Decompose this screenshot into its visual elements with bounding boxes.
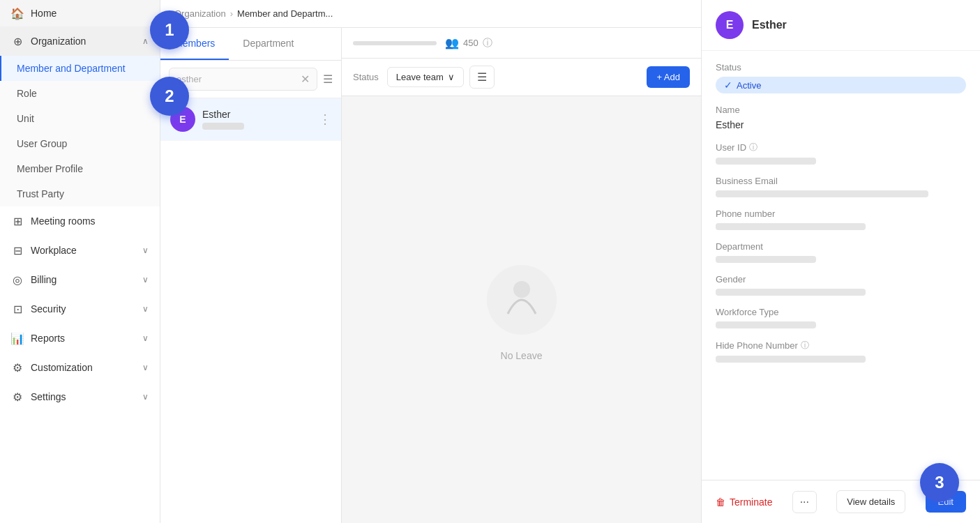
department-field: Department [716,241,966,263]
no-leave-text: No Leave [501,350,543,361]
sidebar-item-unit[interactable]: Unit [0,106,160,131]
sidebar-item-billing[interactable]: ◎ Billing ∨ [0,265,160,294]
table-row[interactable]: E Esther ⋮ [160,98,341,141]
member-role-placeholder [202,123,244,130]
breadcrumb-separator: › [230,8,233,19]
progress-bar [353,41,437,45]
view-details-label: View details [847,497,895,507]
name-value: Esther [716,119,966,130]
sidebar-home[interactable]: 🏠 Home [0,0,160,26]
step-3-label: 3 [935,473,944,492]
more-button[interactable]: ··· [792,491,817,513]
sidebar-item-trust-party[interactable]: Trust Party [0,181,160,206]
search-input-wrapper[interactable]: esther ✕ [169,68,317,91]
member-menu-icon[interactable]: ⋮ [319,112,331,127]
sidebar-item-customization[interactable]: ⚙ Customization ∨ [0,353,160,382]
step-1-label: 1 [165,20,174,40]
step-3-bubble: 3 [920,463,959,502]
sidebar-item-user-group[interactable]: User Group [0,131,160,156]
workplace-label: Workplace [31,245,77,256]
settings-icon: ⚙ [11,391,24,403]
sidebar-item-security[interactable]: ⊡ Security ∨ [0,294,160,324]
leave-team-filter[interactable]: Leave team ∨ [387,67,464,87]
phone-field: Phone number [716,209,966,230]
workforce-value-placeholder [716,321,816,328]
chevron-down-icon: ∨ [142,363,149,372]
chevron-down-icon: ∨ [142,304,149,314]
email-field: Business Email [716,176,966,197]
view-details-button[interactable]: View details [836,490,905,513]
rp-avatar: E [716,11,744,39]
reports-label: Reports [31,333,65,344]
department-label: Department [716,241,966,252]
help-icon[interactable]: ⓘ [483,37,492,50]
sidebar-item-role[interactable]: Role [0,81,160,106]
chevron-down-icon: ∨ [142,275,149,285]
content-area: Members Department esther ✕ ☰ E Esther [160,28,701,523]
org-sub-menu: Member and Department Role Unit User Gro… [0,56,160,206]
meeting-rooms-icon: ⊞ [11,215,24,227]
organization-section: ⊕ Organization ∧ Member and Department R… [0,26,160,206]
member-count: 👥 450 ⓘ [445,36,492,50]
billing-icon: ◎ [11,273,24,286]
sidebar-item-workplace[interactable]: ⊟ Workplace ∨ [0,236,160,265]
organization-label: Organization [31,36,86,47]
name-label: Name [716,105,966,115]
sidebar-item-settings[interactable]: ⚙ Settings ∨ [0,382,160,411]
clear-icon[interactable]: ✕ [301,73,310,86]
sidebar-item-member-department[interactable]: Member and Department [0,56,160,81]
terminate-icon: 🗑 [716,497,725,508]
home-label: Home [31,8,56,19]
gender-field: Gender [716,274,966,296]
people-icon: 👥 [445,36,459,50]
sidebar: 🏠 Home ⊕ Organization ∧ Member and Depar… [0,0,160,523]
view-toggle-button[interactable]: ☰ [469,66,495,89]
dept-header: 👥 450 ⓘ [342,28,701,59]
rp-body: Status ✓ Active Name Esther User ID ⓘ Bu… [702,51,980,480]
workplace-icon: ⊟ [11,244,24,257]
sidebar-item-reports[interactable]: 📊 Reports ∨ [0,324,160,353]
phone-label: Phone number [716,209,966,219]
add-button-label: + Add [656,72,680,82]
settings-label: Settings [31,391,66,402]
gender-value-placeholder [716,289,866,296]
empty-illustration [480,258,564,342]
status-value: Active [737,80,761,91]
sidebar-item-meeting-rooms[interactable]: ⊞ Meeting rooms [0,206,160,236]
right-panel: E Esther Status ✓ Active Name Esther Use… [701,0,980,523]
tab-department[interactable]: Department [229,28,308,60]
filter-icon[interactable]: ☰ [323,73,333,86]
breadcrumb: Organization › Member and Departm... [160,0,701,28]
breadcrumb-current: Member and Departm... [237,8,333,19]
hide-phone-field: Hide Phone Number ⓘ [716,340,966,363]
gender-label: Gender [716,274,966,285]
member-name: Esther [202,109,312,120]
dept-content: No Leave [342,96,701,523]
terminate-button[interactable]: 🗑 Terminate [716,497,772,508]
member-count-value: 450 [463,38,478,48]
leave-team-label: Leave team [396,72,444,82]
chevron-up-icon: ∧ [142,36,149,46]
home-icon: 🏠 [11,7,24,20]
sidebar-item-member-profile[interactable]: Member Profile [0,156,160,181]
reports-icon: 📊 [11,332,24,344]
step-1-bubble: 1 [150,10,189,50]
meeting-rooms-label: Meeting rooms [31,215,96,227]
organization-icon: ⊕ [11,35,24,47]
terminate-label: Terminate [730,497,772,508]
rp-header: E Esther [702,0,980,51]
check-icon: ✓ [724,79,732,91]
dept-toolbar: Status Leave team ∨ ☰ + Add [342,59,701,96]
workforce-field: Workforce Type [716,307,966,328]
member-info: Esther [202,109,312,130]
member-list: E Esther ⋮ [160,98,341,523]
status-label: Status [353,72,379,82]
sidebar-item-organization[interactable]: ⊕ Organization ∧ [0,26,160,56]
user-id-label: User ID ⓘ [716,142,966,153]
phone-value-placeholder [716,223,866,230]
customization-icon: ⚙ [11,361,24,374]
add-button[interactable]: + Add [647,66,690,88]
customization-label: Customization [31,362,93,373]
department-value-placeholder [716,256,816,263]
email-label: Business Email [716,176,966,186]
